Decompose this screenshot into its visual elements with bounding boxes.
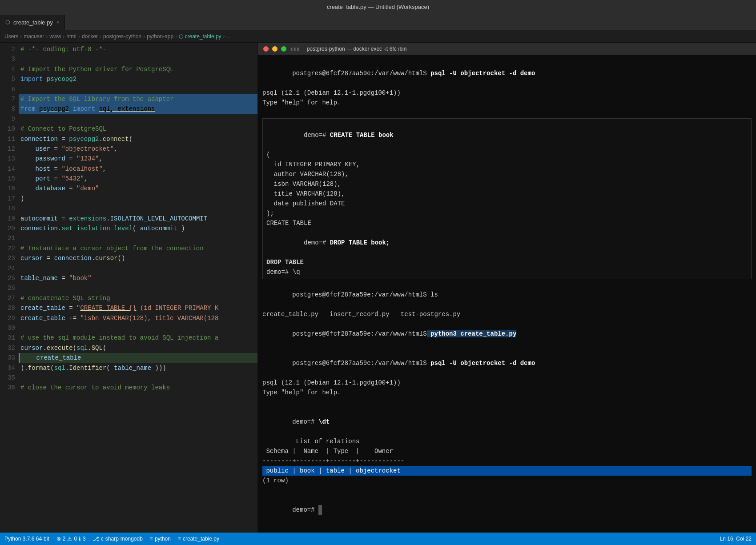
code-line: host = "localhost", [19, 164, 257, 174]
term-line: CREATE TABLE [266, 218, 748, 228]
term-line: List of relations [262, 437, 752, 446]
term-line: demo=# CREATE TABLE book [266, 120, 748, 150]
term-line [262, 485, 752, 495]
terminal-body[interactable]: postgres@6fcf287aa59e:/var/www/html$ psq… [258, 55, 756, 533]
code-line [19, 84, 257, 94]
code-line: ) [19, 194, 257, 204]
terminal-minimize-button[interactable] [272, 46, 277, 52]
code-line: # Import the SQL library from the adapte… [19, 94, 257, 104]
code-line [19, 54, 257, 64]
code-line: create_table = "CREATE TABLE {} (id INTE… [19, 303, 257, 313]
term-line: postgres@6fcf287aa59e:/var/www/html$ pyt… [262, 319, 752, 349]
code-line: autocommit = extensions.ISOLATION_LEVEL_… [19, 214, 257, 224]
code-line [19, 283, 257, 293]
cursor-position: Ln 16, Col 22 [720, 536, 752, 542]
term-line: postgres@6fcf287aa59e:/var/www/html$ psq… [262, 349, 752, 378]
code-line: create_table += "isbn VARCHAR(128), titl… [19, 313, 257, 323]
warning-icon: ⚠ [67, 536, 72, 542]
term-line: DROP TABLE [266, 257, 748, 267]
error-count: ⊗ 2 ⚠ 0 ℹ 3 [56, 536, 86, 542]
term-line: create_table.py insert_record.py test-po… [262, 309, 752, 319]
terminal-maximize-button[interactable] [281, 46, 286, 52]
code-line: import psycopg2 [19, 74, 257, 84]
terminal-title-bar: ▮▮▮ postgres-python — docker exec -it 6f… [258, 43, 756, 55]
code-line: # Instantiate a cursor object from the c… [19, 244, 257, 253]
window-title: create_table.py — Untitled (Workspace) [327, 4, 429, 10]
tab-close-button[interactable]: × [56, 20, 59, 25]
term-line: id INTEGER PRIMARY KEY, [266, 160, 748, 169]
code-line: connection.set_isolation_level( autocomm… [19, 224, 257, 233]
code-line: cursor.execute(sql.SQL( [19, 343, 257, 353]
python-version[interactable]: Python 3.7.6 64-bit [4, 536, 49, 542]
code-editor[interactable]: 2 3 4 5 6 7 8 9 10 11 12 13 14 15 16 17 … [0, 43, 258, 533]
line-numbers: 2 3 4 5 6 7 8 9 10 11 12 13 14 15 16 17 … [0, 43, 19, 533]
code-line: password = "1234", [19, 154, 257, 164]
branch-icon: ⎇ [93, 536, 99, 542]
code-line [19, 323, 257, 333]
term-line: psql (12.1 (Debian 12.1-1.pgdg100+1)) [262, 378, 752, 388]
term-line: title VARCHAR(128), [266, 189, 748, 199]
code-line: # Connect to PostgreSQL [19, 124, 257, 134]
code-line: connection = psycopg2.connect( [19, 134, 257, 144]
interpreter-label: ≡ python [150, 536, 171, 542]
term-line: Type "help" for help. [262, 98, 752, 108]
term-line: public | book | table | objectrocket [262, 466, 752, 476]
breadcrumb: Users › macuser › www › html › docker › … [0, 30, 756, 43]
code-line: table_name = "book" [19, 273, 257, 283]
current-file-label: ≡ create_table.py [178, 536, 219, 542]
term-line: Type "help" for help. [262, 388, 752, 397]
terminal-title: postgres-python — docker exec -it 6fc /b… [307, 46, 407, 52]
status-bar: Python 3.7.6 64-bit ⊗ 2 ⚠ 0 ℹ 3 ⎇ c-shar… [0, 533, 756, 545]
title-bar: create_table.py — Untitled (Workspace) [0, 0, 756, 14]
code-line: # concatenate SQL string [19, 293, 257, 303]
code-line: # -*- coding: utf-8 -*- [19, 44, 257, 54]
code-line [19, 204, 257, 213]
file-label-icon: ≡ [178, 536, 181, 542]
code-line: database = "demo" [19, 184, 257, 193]
term-line: (1 row) [262, 476, 752, 485]
python-icon: ≡ [150, 536, 153, 542]
term-line: demo=# \dt [262, 407, 752, 437]
branch: ⎇ c-sharp-mongodb [93, 536, 143, 542]
term-line: isbn VARCHAR(128), [266, 179, 748, 189]
code-line: # use the sql module instead to avoid SQ… [19, 333, 257, 343]
term-line: Schema | Name | Type | Owner [262, 446, 752, 456]
tab-label: create_table.py [13, 19, 53, 26]
tab-bar: ⬡ create_table.py × [0, 14, 756, 30]
code-line [19, 373, 257, 383]
editor-tab[interactable]: ⬡ create_table.py × [0, 15, 65, 30]
code-line: cursor = connection.cursor() [19, 253, 257, 263]
code-content[interactable]: # -*- coding: utf-8 -*- # Import the Pyt… [19, 43, 257, 533]
code-line: ).format(sql.Identifier( table_name ))) [19, 363, 257, 373]
file-icon: ⬡ [5, 19, 10, 25]
term-line [262, 108, 752, 117]
info-icon: ℹ [79, 536, 81, 542]
term-line: postgres@6fcf287aa59e:/var/www/html$ psq… [262, 59, 752, 88]
term-line: --------+--------+-------+------------ [262, 456, 752, 466]
term-line: ( [266, 150, 748, 160]
terminal-panel[interactable]: ▮▮▮ postgres-python — docker exec -it 6f… [258, 43, 756, 533]
term-line: demo=# [262, 495, 752, 525]
terminal-close-button[interactable] [263, 46, 269, 52]
code-line [19, 114, 257, 124]
code-line [19, 264, 257, 273]
term-line: ); [266, 208, 748, 218]
term-line: psql (12.1 (Debian 12.1-1.pgdg100+1)) [262, 88, 752, 98]
error-icon: ⊗ [56, 536, 61, 542]
sql-block: demo=# CREATE TABLE book ( id INTEGER PR… [262, 118, 752, 279]
term-line: demo=# DROP TABLE book; [266, 228, 748, 257]
code-line: from psycopg2 import sql, extensions [19, 104, 257, 114]
term-line [262, 397, 752, 407]
term-line: postgres@6fcf287aa59e:/var/www/html$ ls [262, 280, 752, 309]
code-line: # Import the Python driver for PostgreSQ… [19, 64, 257, 74]
code-line: port = "5432", [19, 174, 257, 184]
main-area: 2 3 4 5 6 7 8 9 10 11 12 13 14 15 16 17 … [0, 43, 756, 533]
term-line: date_published DATE [266, 199, 748, 208]
code-line: user = "objectrocket", [19, 144, 257, 154]
code-line: create_table [19, 353, 257, 363]
code-line [19, 233, 257, 243]
term-line: demo=# \q [266, 267, 748, 277]
code-line: # close the cursor to avoid memory leaks [19, 383, 257, 393]
term-line: author VARCHAR(128), [266, 169, 748, 179]
